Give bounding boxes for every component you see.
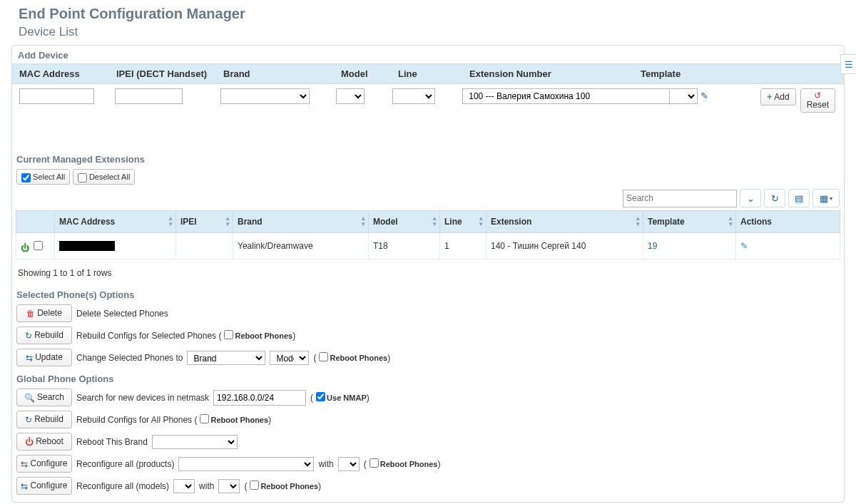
refresh-icon: ↻ — [25, 414, 32, 426]
main-panel: Add Device MAC Address IPEI (DECT Handse… — [11, 45, 845, 503]
update-brand-select[interactable]: Brand — [187, 351, 265, 365]
reset-button[interactable]: ↺Reset — [800, 88, 835, 113]
netmask-input[interactable] — [213, 390, 306, 406]
page-subtitle: Device List — [19, 25, 850, 39]
th-model[interactable]: Model▴▾ — [369, 211, 440, 233]
power-icon: ⏻ — [25, 436, 34, 448]
sort-icon: ▴▾ — [636, 215, 640, 227]
th-ipei[interactable]: IPEI▴▾ — [176, 211, 233, 233]
sort-icon: ▴▾ — [226, 215, 230, 227]
model-select[interactable] — [336, 88, 365, 104]
use-nmap-checkbox[interactable] — [316, 392, 325, 401]
col-header-model: Model — [341, 68, 398, 79]
th-mac[interactable]: MAC Address▴▾ — [55, 211, 176, 233]
ipei-input[interactable] — [115, 88, 183, 104]
rebuild-selected-button[interactable]: ↻Rebuild — [16, 326, 72, 344]
sort-icon: ▴▾ — [433, 215, 437, 227]
shuffle-icon: ⇆ — [21, 480, 28, 492]
grid-icon: ▦ — [820, 193, 828, 204]
col-header-ipei: IPEI (DECT Handset) — [116, 68, 223, 79]
sort-icon: ▴▾ — [479, 215, 483, 227]
cell-ext: 140 - Тишин Сергей 140 — [486, 233, 643, 259]
th-template[interactable]: Template▴▾ — [643, 211, 736, 233]
deselect-all-button[interactable]: Deselect All — [73, 169, 135, 185]
search-description: Search for new devices in netmask — [76, 393, 209, 403]
mac-redacted — [59, 241, 115, 251]
search-devices-button[interactable]: 🔍Search — [16, 389, 72, 406]
th-ext[interactable]: Extension▴▾ — [486, 211, 643, 233]
search-icon: 🔍 — [24, 392, 35, 403]
rebuild-all-button[interactable]: ↻Rebuild — [16, 411, 72, 428]
table-row: ⏻ Yealink/Dreamwave T18 1 140 - Тишин Се… — [16, 233, 840, 259]
cell-brand: Yealink/Dreamwave — [233, 233, 369, 259]
update-button[interactable]: ⇆Update — [16, 349, 72, 366]
table-search-input[interactable] — [623, 190, 737, 207]
reboot-description: Reboot This Brand — [76, 437, 148, 447]
toolbar-toggle-button[interactable]: ▤ — [788, 189, 810, 207]
cell-template: 19 — [643, 233, 736, 259]
extensions-table: MAC Address▴▾ IPEI▴▾ Brand▴▾ Model▴▾ Lin… — [16, 210, 840, 259]
add-button[interactable]: +Add — [760, 88, 795, 106]
reboot-brand-button[interactable]: ⏻Reboot — [16, 433, 72, 451]
reboot-phones-checkbox-2[interactable] — [319, 352, 328, 361]
delete-button[interactable]: 🗑Delete — [16, 304, 72, 322]
reconf-products-with-select[interactable] — [338, 457, 360, 471]
col-header-line: Line — [398, 68, 469, 79]
mac-input[interactable] — [19, 88, 94, 104]
edit-row-icon[interactable]: ✎ — [740, 241, 748, 251]
delete-description: Delete Selected Phones — [76, 309, 168, 319]
reconf-products-select[interactable] — [178, 457, 314, 471]
add-device-heading: Add Device — [12, 46, 844, 63]
select-all-checkbox[interactable] — [21, 173, 31, 182]
col-header-mac: MAC Address — [16, 68, 116, 79]
reconf-models-with-select[interactable] — [218, 479, 240, 493]
th-brand[interactable]: Brand▴▾ — [233, 211, 369, 233]
sidebar-toggle[interactable]: ☰ — [840, 54, 856, 74]
chevron-down-icon: ⌄ — [747, 193, 755, 204]
managed-heading: Current Managed Extensions — [16, 154, 844, 165]
menu-icon: ☰ — [845, 59, 853, 70]
table-toolbar: ⌄ ↻ ▤ ▦▾ — [16, 189, 840, 207]
reboot-phones-checkbox-5[interactable] — [250, 480, 259, 490]
sort-icon: ▴▾ — [729, 215, 733, 227]
power-icon: ⏻ — [21, 243, 29, 253]
add-device-header-row: MAC Address IPEI (DECT Handset) Brand Mo… — [12, 63, 844, 84]
reboot-phones-checkbox-1[interactable] — [224, 330, 233, 339]
configure-products-button[interactable]: ⇆Configure — [16, 455, 72, 473]
add-device-input-row: 100 --- Валерия Самохина 100 ✎ +Add ↺Res… — [12, 84, 844, 120]
sort-icon: ▴▾ — [362, 215, 365, 227]
row-select-checkbox[interactable] — [34, 241, 43, 250]
reconf-models-select[interactable] — [173, 479, 195, 493]
reset-icon: ↺ — [814, 91, 821, 101]
global-options-heading: Global Phone Options — [16, 374, 844, 384]
shuffle-icon: ⇆ — [26, 352, 33, 364]
list-icon: ▤ — [795, 193, 803, 204]
col-header-brand: Brand — [223, 68, 341, 79]
select-all-button[interactable]: Select All — [16, 169, 70, 185]
line-select[interactable] — [392, 88, 435, 104]
toolbar-expand-button[interactable]: ⌄ — [740, 189, 761, 207]
reboot-phones-checkbox-3[interactable] — [200, 414, 209, 423]
configure-models-button[interactable]: ⇆Configure — [16, 477, 72, 495]
cell-model: T18 — [369, 233, 440, 259]
trash-icon: 🗑 — [26, 308, 35, 319]
reconf-products-label: Reconfigure all (products) — [76, 459, 174, 469]
shuffle-icon: ⇆ — [21, 458, 28, 470]
deselect-all-checkbox[interactable] — [78, 173, 87, 182]
brand-select[interactable] — [220, 88, 310, 104]
edit-template-icon[interactable]: ✎ — [700, 91, 708, 101]
plus-icon: + — [767, 92, 772, 102]
col-header-template: Template — [641, 68, 769, 79]
th-line[interactable]: Line▴▾ — [440, 211, 486, 233]
page-title: End Point Configuration Manager — [19, 6, 850, 22]
update-model-select[interactable]: Model — [270, 351, 309, 365]
th-actions: Actions — [736, 211, 840, 233]
reboot-brand-select[interactable] — [152, 435, 238, 449]
toolbar-columns-button[interactable]: ▦▾ — [812, 189, 840, 207]
template-select[interactable] — [669, 88, 698, 104]
caret-down-icon: ▾ — [830, 195, 832, 202]
toolbar-refresh-button[interactable]: ↻ — [764, 189, 785, 207]
reboot-phones-checkbox-4[interactable] — [370, 458, 379, 468]
update-description: Change Selected Phones to — [76, 353, 183, 363]
table-showing-text: Showing 1 to 1 of 1 rows — [18, 268, 844, 278]
